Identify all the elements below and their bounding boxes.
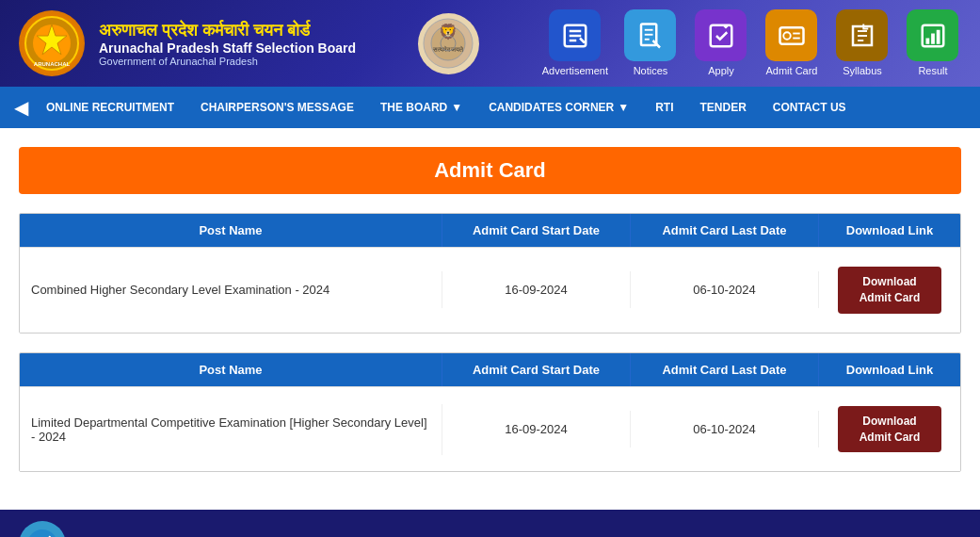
nav-icon-syllabus[interactable]: Syllabus <box>834 9 891 77</box>
dropdown-arrow-candidates: ▼ <box>618 101 629 114</box>
download-admit-card-button-2[interactable]: DownloadAdmit Card <box>838 406 941 453</box>
apply-label: Apply <box>708 65 734 77</box>
quick-nav-icons: Advertisement Notices Apply Admit Card S… <box>542 9 961 77</box>
apply-icon-box <box>695 9 747 61</box>
admit-card-label: Admit Card <box>765 65 817 77</box>
nav-candidates-corner[interactable]: CANDIDATES CORNER ▼ <box>475 90 642 125</box>
svg-rect-17 <box>711 24 732 46</box>
table-row: Combined Higher Secondary Level Examinat… <box>20 247 960 333</box>
main-content: Admit Card Post Name Admit Card Start Da… <box>0 128 980 510</box>
result-icon-box <box>907 9 958 61</box>
footer-logo <box>19 521 66 537</box>
col-last-date-1: Admit Card Last Date <box>631 214 819 247</box>
footer: Department of IT & C Home Organisation F… <box>0 510 980 537</box>
table-row: Limited Departmental Competitive Examina… <box>20 386 960 472</box>
svg-rect-27 <box>931 33 935 43</box>
admit-card-table-2: Post Name Admit Card Start Date Admit Ca… <box>19 352 961 473</box>
col-download-2: Download Link <box>819 353 960 386</box>
syllabus-icon-box <box>836 9 888 61</box>
download-cell-1: DownloadAdmit Card <box>819 248 960 333</box>
col-post-name-1: Post Name <box>20 214 442 247</box>
national-emblem: 🦁 सत्यमेव जयते <box>418 13 479 74</box>
org-name: अरुणाचल प्रदेश कर्मचारी चयन बोर्ड Arunac… <box>99 21 356 67</box>
nav-contact-us[interactable]: CONTACT US <box>760 90 860 125</box>
post-name-cell-2: Limited Departmental Competitive Examina… <box>20 404 442 455</box>
svg-point-29 <box>27 529 57 537</box>
col-download-1: Download Link <box>819 214 960 247</box>
svg-rect-26 <box>925 38 929 43</box>
col-last-date-2: Admit Card Last Date <box>631 353 819 386</box>
advertisement-label: Advertisement <box>542 65 608 77</box>
nav-icon-notices[interactable]: Notices <box>622 9 679 77</box>
org-hindi-title: अरुणाचल प्रदेश कर्मचारी चयन बोर्ड <box>99 21 356 41</box>
navbar: ◀ ONLINE RECRUITMENT CHAIRPERSON'S MESSA… <box>0 87 980 128</box>
org-logo: ARUNACHAL <box>19 10 85 76</box>
admit-card-table-1: Post Name Admit Card Start Date Admit Ca… <box>19 213 961 334</box>
last-date-cell-2: 06-10-2024 <box>631 411 819 448</box>
svg-rect-28 <box>937 29 940 43</box>
nav-chairpersons-message[interactable]: CHAIRPERSON'S MESSAGE <box>187 90 367 125</box>
nav-icon-admit-card[interactable]: Admit Card <box>763 9 820 77</box>
svg-text:🦁: 🦁 <box>439 23 458 41</box>
col-start-date-1: Admit Card Start Date <box>442 214 631 247</box>
nav-online-recruitment[interactable]: ONLINE RECRUITMENT <box>33 90 187 125</box>
page-title: Admit Card <box>19 147 961 194</box>
post-name-cell-1: Combined Higher Secondary Level Examinat… <box>20 271 442 308</box>
nav-the-board[interactable]: THE BOARD ▼ <box>367 90 475 125</box>
start-date-cell-1: 16-09-2024 <box>442 271 631 308</box>
nav-icon-apply[interactable]: Apply <box>693 9 749 77</box>
table-1-header: Post Name Admit Card Start Date Admit Ca… <box>20 214 960 247</box>
download-cell-2: DownloadAdmit Card <box>819 387 960 472</box>
col-post-name-2: Post Name <box>20 353 442 386</box>
col-start-date-2: Admit Card Start Date <box>442 353 631 386</box>
result-label: Result <box>918 65 947 77</box>
nav-left-arrow[interactable]: ◀ <box>9 87 33 128</box>
nav-icon-result[interactable]: Result <box>905 9 961 77</box>
header: ARUNACHAL अरुणाचल प्रदेश कर्मचारी चयन बो… <box>0 0 980 87</box>
svg-point-19 <box>783 32 791 40</box>
table-2-header: Post Name Admit Card Start Date Admit Ca… <box>20 353 960 386</box>
org-sub-title: Government of Arunachal Pradesh <box>99 56 356 67</box>
admit-card-icon-box <box>765 9 817 61</box>
svg-text:ARUNACHAL: ARUNACHAL <box>34 61 71 67</box>
start-date-cell-2: 16-09-2024 <box>442 411 631 448</box>
nav-rti[interactable]: RTI <box>642 90 686 125</box>
org-english-title: Arunachal Pradesh Staff Selection Board <box>99 41 356 56</box>
syllabus-label: Syllabus <box>843 65 882 77</box>
nav-icon-advertisement[interactable]: Advertisement <box>542 9 608 77</box>
header-left: ARUNACHAL अरुणाचल प्रदेश कर्मचारी चयन बो… <box>19 10 356 76</box>
svg-text:सत्यमेव जयते: सत्यमेव जयते <box>432 45 465 53</box>
advertisement-icon-box <box>549 9 601 61</box>
download-admit-card-button-1[interactable]: DownloadAdmit Card <box>838 267 941 314</box>
notices-label: Notices <box>634 65 668 77</box>
notices-icon-box <box>624 9 676 61</box>
nav-tender[interactable]: TENDER <box>686 90 759 125</box>
last-date-cell-1: 06-10-2024 <box>631 271 819 308</box>
dropdown-arrow-board: ▼ <box>451 101 462 114</box>
